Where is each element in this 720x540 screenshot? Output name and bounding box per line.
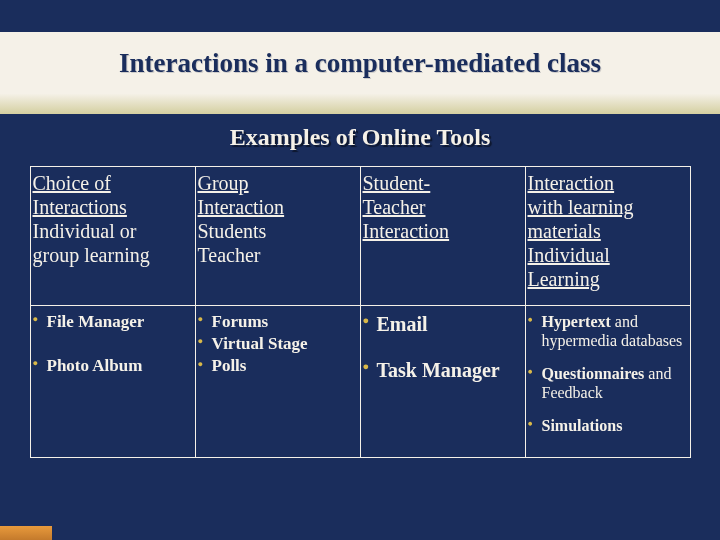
slide-subtitle: Examples of Online Tools: [0, 124, 720, 151]
col-header-2: Student- Teacher Interaction: [360, 166, 526, 306]
col-items-2: Email Task Manager: [360, 305, 526, 459]
header-text: Interaction: [198, 196, 285, 218]
header-text: Teacher: [363, 196, 426, 218]
list-item: Virtual Stage: [198, 334, 356, 354]
item-label: Virtual Stage: [212, 334, 308, 353]
item-label: File Manager: [47, 312, 145, 331]
item-label: Forums: [212, 312, 269, 331]
header-text: Interactions: [33, 196, 127, 218]
footer-accent: [0, 526, 52, 540]
header-text: with learning: [528, 196, 634, 218]
item-label: Photo Album: [47, 356, 143, 375]
header-text: Student-: [363, 172, 431, 194]
header-text: Students: [198, 220, 267, 242]
item-label: Polls: [212, 356, 247, 375]
col-header-0: Choice of Interactions Individual or gro…: [30, 166, 196, 306]
list-item: Email: [363, 312, 521, 336]
col-header-3: Interaction with learning materials Indi…: [525, 166, 691, 306]
item-label: Email: [377, 313, 428, 335]
list-item: Questionnaires and Feedback: [528, 364, 686, 402]
list-item: Forums: [198, 312, 356, 332]
header-text: Teacher: [198, 244, 261, 266]
item-label: Questionnaires: [542, 365, 645, 382]
header-text: Group: [198, 172, 249, 194]
list-item: Hypertext and hypermedia databases: [528, 312, 686, 350]
slide-title: Interactions in a computer-mediated clas…: [0, 48, 720, 79]
header-text: Interaction: [363, 220, 450, 242]
list-item: Photo Album: [33, 356, 191, 376]
list-item: File Manager: [33, 312, 191, 332]
item-label: Task Manager: [377, 359, 500, 381]
header-text: Learning: [528, 268, 600, 290]
list-item: Polls: [198, 356, 356, 376]
content-grid: Choice of Interactions Individual or gro…: [30, 166, 690, 458]
header-text: Individual or: [33, 220, 137, 242]
header-text: group learning: [33, 244, 150, 266]
header-text: Interaction: [528, 172, 615, 194]
header-text: materials: [528, 220, 601, 242]
col-items-0: File Manager Photo Album: [30, 305, 196, 459]
header-text: Choice of: [33, 172, 111, 194]
list-item: Task Manager: [363, 358, 521, 382]
item-label: Hypertext: [542, 313, 611, 330]
col-items-3: Hypertext and hypermedia databases Quest…: [525, 305, 691, 459]
col-items-1: Forums Virtual Stage Polls: [195, 305, 361, 459]
item-label: Simulations: [542, 417, 623, 434]
header-text: Individual: [528, 244, 610, 266]
col-header-1: Group Interaction Students Teacher: [195, 166, 361, 306]
list-item: Simulations: [528, 416, 686, 435]
